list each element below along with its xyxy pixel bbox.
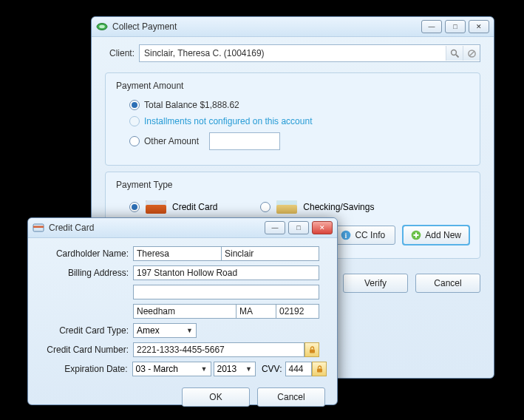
cc-number-row: Credit Card Number: 2221-1333-4455-5667 (28, 340, 337, 359)
chevron-down-icon: ▼ (245, 365, 252, 373)
chevron-down-icon: ▼ (186, 327, 193, 334)
titlebar[interactable]: Collect Payment — □ ✕ (92, 17, 494, 37)
exp-year-select[interactable]: 2013▼ (214, 362, 256, 376)
svg-text:i: i (345, 231, 347, 240)
svg-point-2 (451, 50, 456, 55)
maximize-button[interactable]: □ (445, 20, 466, 33)
add-new-label: Add New (425, 230, 461, 240)
svg-rect-12 (317, 368, 322, 372)
state-input[interactable]: MA (237, 304, 276, 319)
modal-window-controls: — □ ✕ (265, 221, 333, 234)
client-value: Sinclair, Theresa C. (1004169) (140, 48, 446, 58)
cancel-button[interactable]: Cancel (415, 274, 480, 293)
cc-type-row: Credit Card Type: Amex▼ (28, 321, 337, 340)
verify-button[interactable]: Verify (343, 274, 408, 293)
check-icon (276, 200, 297, 214)
modal-title: Credit Card (49, 223, 265, 233)
credit-card-icon (33, 222, 44, 234)
lock-icon[interactable] (304, 342, 319, 357)
payment-amount-title: Payment Amount (116, 81, 469, 91)
cc-info-label: CC Info (355, 230, 385, 240)
minimize-button[interactable]: — (421, 20, 442, 33)
zip-input[interactable]: 02192 (276, 304, 319, 319)
credit-card-option[interactable]: Credit Card (129, 200, 217, 214)
svg-point-1 (99, 25, 105, 28)
other-amount-input[interactable] (209, 132, 280, 150)
cancel-button[interactable]: Cancel (257, 387, 325, 407)
other-amount-option[interactable]: Other Amount (116, 129, 469, 153)
add-new-button[interactable]: Add New (403, 226, 469, 245)
client-label: Client: (105, 47, 139, 60)
cardholder-label: Cardholder Name: (38, 248, 133, 259)
credit-card-label: Credit Card (172, 202, 217, 212)
chevron-down-icon: ▼ (201, 365, 208, 373)
billing-row-2 (28, 282, 337, 302)
credit-card-dialog: Credit Card — □ ✕ Cardholder Name: There… (27, 217, 338, 405)
cvv-input[interactable]: 444 (285, 362, 313, 376)
modal-actions: OK Cancel (28, 379, 337, 417)
info-icon: i (341, 230, 351, 240)
client-field[interactable]: Sinclair, Theresa C. (1004169) (139, 44, 480, 62)
window-title: Collect Payment (112, 21, 421, 32)
modal-titlebar[interactable]: Credit Card — □ ✕ (28, 218, 337, 238)
total-balance-option[interactable]: Total Balance $1,888.62 (116, 97, 469, 113)
cc-info-button[interactable]: i CC Info (330, 226, 395, 245)
radio-icon (129, 116, 140, 126)
close-button[interactable]: ✕ (469, 20, 489, 33)
cardholder-row: Cardholder Name: Theresa Sinclair (28, 244, 337, 263)
radio-icon[interactable] (260, 202, 270, 212)
svg-line-5 (469, 51, 474, 56)
svg-rect-11 (310, 349, 315, 353)
total-balance-label: Total Balance $1,888.62 (144, 100, 239, 110)
other-amount-label: Other Amount (144, 136, 199, 146)
installments-label: Installments not configured on this acco… (144, 116, 312, 126)
cc-number-label: Credit Card Number: (38, 345, 133, 355)
maximize-button[interactable]: □ (288, 221, 309, 234)
address1-input[interactable]: 197 Stanton Hollow Road (133, 265, 319, 280)
exp-label: Expiration Date: (38, 364, 132, 374)
radio-icon[interactable] (129, 202, 140, 212)
plus-icon (411, 230, 421, 240)
checking-option[interactable]: Checking/Savings (260, 200, 374, 214)
checking-label: Checking/Savings (303, 202, 374, 212)
lock-icon[interactable] (312, 362, 327, 376)
radio-icon[interactable] (129, 100, 140, 110)
last-name-input[interactable]: Sinclair (222, 246, 319, 261)
payment-type-title: Payment Type (116, 180, 469, 190)
window-controls: — □ ✕ (421, 20, 489, 33)
minimize-button[interactable]: — (265, 221, 285, 234)
address2-input[interactable] (133, 285, 319, 299)
radio-icon[interactable] (129, 136, 140, 146)
city-input[interactable]: Needham (133, 304, 237, 319)
installments-option: Installments not configured on this acco… (116, 113, 469, 129)
credit-card-icon (146, 200, 166, 214)
cc-number-input[interactable]: 2221-1333-4455-5667 (133, 342, 304, 357)
cc-type-select[interactable]: Amex▼ (133, 323, 197, 338)
close-button[interactable]: ✕ (312, 221, 333, 234)
exp-month-select[interactable]: 03 - March▼ (132, 362, 211, 376)
svg-rect-10 (33, 226, 44, 228)
svg-line-3 (456, 55, 459, 58)
billing-row-3: Needham MA 02192 (28, 302, 337, 321)
money-icon (96, 21, 108, 33)
cvv-label: CVV: (256, 364, 285, 374)
search-icon[interactable] (446, 46, 463, 61)
block-icon[interactable] (463, 46, 480, 61)
billing-row-1: Billing Address: 197 Stanton Hollow Road (28, 263, 337, 282)
ok-button[interactable]: OK (182, 387, 250, 407)
first-name-input[interactable]: Theresa (133, 246, 222, 261)
cc-type-label: Credit Card Type: (38, 325, 133, 336)
expiration-row: Expiration Date: 03 - March▼ 2013▼ CVV: … (28, 359, 337, 379)
payment-amount-group: Payment Amount Total Balance $1,888.62 I… (105, 72, 480, 166)
billing-label: Billing Address: (38, 268, 133, 278)
client-row: Client: Sinclair, Theresa C. (1004169) (92, 37, 494, 67)
